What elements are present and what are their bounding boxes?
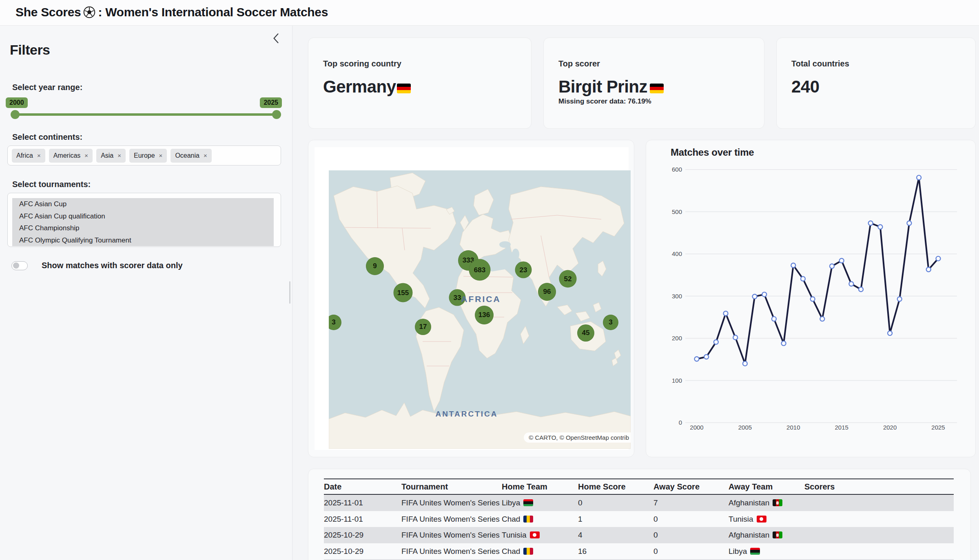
column-header: Away Team <box>729 479 804 494</box>
metric-value: Germany <box>323 77 411 97</box>
table-cell: FIFA Unites Women's Series <box>401 495 502 511</box>
map-cluster-marker[interactable]: 23 <box>515 262 532 278</box>
axis-tick-labels: 0100200300400500600200020052010201520202… <box>672 166 945 431</box>
map-cluster-marker[interactable]: 52 <box>559 270 577 288</box>
table-cell: 2025-11-01 <box>324 495 401 511</box>
map-card: 915533368323529633136173453 AFRICA ANTAR… <box>308 140 634 457</box>
svg-text:0: 0 <box>679 419 682 426</box>
map-cluster-marker[interactable]: 155 <box>394 283 413 302</box>
svg-text:2005: 2005 <box>738 424 752 431</box>
sidebar-collapse-button[interactable] <box>269 32 282 45</box>
score-cell: 7 <box>653 495 729 511</box>
metric-label: Top scorer <box>558 59 600 68</box>
map-cluster-marker[interactable]: 96 <box>538 283 556 301</box>
metric-value: Birgit Prinz <box>558 77 664 97</box>
table-cell: FIFA Unites Women's Series <box>401 543 502 560</box>
map-cluster-marker[interactable]: 9 <box>366 257 384 275</box>
table-header-row: DateTournamentHome TeamHome ScoreAway Sc… <box>324 478 954 495</box>
table-cell: FIFA Unites Women's Series <box>401 511 502 527</box>
slider-max-value: 2025 <box>260 97 282 108</box>
tournaments-listbox[interactable]: AFC Asian CupAFC Asian Cup qualification… <box>7 193 281 247</box>
svg-text:2010: 2010 <box>786 424 800 431</box>
team-cell: Tunisia <box>502 527 578 543</box>
tournament-option[interactable]: AFC Championship <box>12 222 274 234</box>
map-label-africa: AFRICA <box>461 294 501 304</box>
continent-chip-oceania[interactable]: Oceania× <box>171 149 211 163</box>
score-cell: 4 <box>578 527 653 543</box>
continent-chip-list: Africa×Americas×Asia×Europe×Oceania× <box>8 146 281 165</box>
page-title-text2: : Women's International Soccer Matches <box>98 5 328 19</box>
sidebar: Filters Select year range: 2000 2025 Sel… <box>0 26 292 560</box>
page-title: She Scores : Women's International Socce… <box>16 5 328 19</box>
metric-card-top-country: Top scoring country Germany <box>308 37 532 129</box>
remove-icon[interactable]: × <box>84 152 88 159</box>
slider-handle-min[interactable] <box>11 110 20 119</box>
world-map[interactable]: 915533368323529633136173453 AFRICA ANTAR… <box>329 170 631 449</box>
matches-over-time-chart[interactable]: 0100200300400500600200020052010201520202… <box>646 140 976 458</box>
svg-text:200: 200 <box>672 335 682 342</box>
continent-chip-asia[interactable]: Asia× <box>96 149 126 163</box>
score-cell: 16 <box>578 543 653 560</box>
team-cell: Tunisia <box>729 511 804 527</box>
tournament-option[interactable]: AFC Asian Cup <box>12 198 274 210</box>
slider-min-value: 2000 <box>6 97 28 108</box>
scorers-cell <box>804 543 954 560</box>
continents-multiselect[interactable]: Africa×Americas×Asia×Europe×Oceania× <box>7 146 281 165</box>
remove-icon[interactable]: × <box>159 152 163 159</box>
tournament-option[interactable]: AFC Olympic Qualifying Tournament <box>12 234 274 247</box>
tournament-option[interactable]: AFC Asian Cup qualification <box>12 210 274 223</box>
map-cluster-marker[interactable]: 45 <box>577 324 594 342</box>
table-row: 2025-10-29FIFA Unites Women's SeriesChad… <box>324 543 954 560</box>
continent-chip-americas[interactable]: Americas× <box>49 149 93 163</box>
metric-label: Total countries <box>791 59 849 68</box>
tunisia-flag-icon <box>757 516 766 523</box>
table-cell: 2025-11-01 <box>324 511 401 527</box>
remove-icon[interactable]: × <box>37 152 41 159</box>
svg-text:2020: 2020 <box>883 424 897 431</box>
chip-label: Americas <box>53 152 81 159</box>
remove-icon[interactable]: × <box>204 152 207 159</box>
scorer-data-toggle[interactable] <box>11 261 28 270</box>
map-cluster-marker[interactable]: 17 <box>415 319 431 335</box>
continent-chip-africa[interactable]: Africa× <box>12 149 45 163</box>
svg-text:300: 300 <box>672 293 682 300</box>
app-header: She Scores : Women's International Socce… <box>0 0 979 26</box>
map-cluster-marker[interactable]: 3 <box>603 315 618 330</box>
column-header: Date <box>324 479 401 494</box>
libya-flag-icon <box>750 548 760 555</box>
svg-text:2025: 2025 <box>931 424 945 431</box>
soccer-ball-icon <box>83 6 95 18</box>
column-header: Home Team <box>502 479 578 494</box>
map-attribution[interactable]: © CARTO, © OpenStreetMap contrib <box>524 432 631 443</box>
year-range-slider-track[interactable] <box>15 113 277 116</box>
scorers-cell <box>804 495 954 511</box>
line-series <box>697 178 938 364</box>
map-cluster-marker[interactable]: 136 <box>475 306 494 324</box>
team-cell: Chad <box>502 511 578 527</box>
metric-delta: Missing scorer data: 76.19% <box>558 97 651 106</box>
score-cell: 0 <box>578 495 653 511</box>
map-cluster-marker[interactable]: 683 <box>469 259 491 281</box>
metric-value: 240 <box>791 77 820 97</box>
tunisia-flag-icon <box>530 531 540 538</box>
score-cell: 0 <box>653 527 729 543</box>
toggle-knob <box>13 262 19 269</box>
table-row: 2025-11-01FIFA Unites Women's SeriesChad… <box>324 511 954 527</box>
score-cell: 0 <box>653 511 729 527</box>
afghanistan-flag-icon <box>773 531 782 538</box>
slider-handle-max[interactable] <box>272 110 281 119</box>
metric-card-top-scorer: Top scorer Birgit Prinz Missing scorer d… <box>543 37 764 129</box>
continent-chip-europe[interactable]: Europe× <box>129 149 167 163</box>
sidebar-scrollbar[interactable] <box>289 281 290 304</box>
tournament-option-list: AFC Asian CupAFC Asian Cup qualification… <box>12 198 274 246</box>
scorer-toggle-label: Show matches with scorer data only <box>42 261 183 270</box>
team-cell: Chad <box>502 543 578 560</box>
remove-icon[interactable]: × <box>117 152 121 159</box>
scorer-toggle-row: Show matches with scorer data only <box>11 261 183 270</box>
team-cell: Libya <box>502 495 578 511</box>
map-label-antarctica: ANTARCTICA <box>435 410 498 419</box>
matches-table-card: DateTournamentHome TeamHome ScoreAway Sc… <box>308 469 971 560</box>
page-title-text: She Scores <box>16 5 81 19</box>
svg-text:600: 600 <box>672 166 682 173</box>
filters-heading: Filters <box>10 42 50 58</box>
